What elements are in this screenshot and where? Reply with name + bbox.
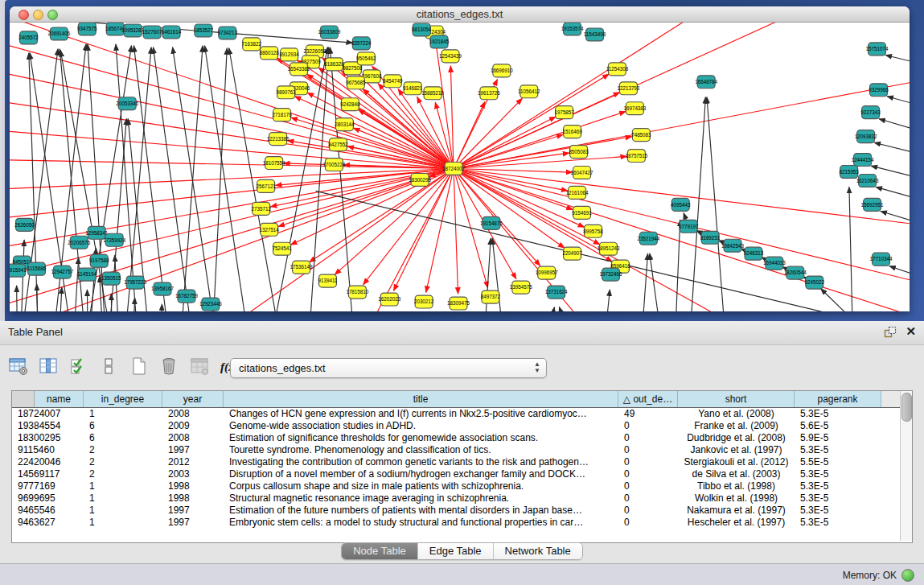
new-column-button[interactable] [129,356,150,377]
close-traffic-light-icon[interactable] [18,10,29,20]
table-cell: 1997 [162,517,224,529]
graph-node-label: 8912934 [279,51,299,57]
table-row[interactable]: 1938455462009Genome-wide association stu… [12,420,900,432]
graph-node-label: 1350515 [101,275,121,281]
column-header[interactable]: in_degree [84,391,162,407]
table-row[interactable]: 969969511998Structural magnetic resonanc… [12,492,900,505]
column-header[interactable]: △ out_de… [618,391,678,407]
graph-node-label: 15692951 [861,202,884,208]
minimize-traffic-light-icon[interactable] [33,10,43,20]
memory-status-label: Memory: OK [843,570,897,581]
graph-node-label: 6779197 [679,224,699,229]
table-cell: 0 [618,505,678,517]
column-header[interactable]: pagerank [795,391,881,407]
graph-node-label: 8813054 [412,27,432,32]
graph-node-label: 9197588 [89,257,109,263]
table-row[interactable]: 911546021997Tourette syndrome. Phenomeno… [12,444,900,456]
graph-node-label: 13954575 [510,284,532,290]
graph-node-label: 19154876 [480,220,503,226]
column-header[interactable]: title [224,391,618,407]
graph-node-label: 9154691 [572,210,592,216]
network-canvas[interactable]: 1872400771638228860128891293423226058982… [10,23,910,311]
table-row[interactable]: 1830029562008Estimation of significance … [12,432,900,444]
graph-node-label: 7524541 [272,246,292,252]
show-column-button[interactable] [38,356,59,377]
graph-node-label: 16033809 [318,29,341,35]
graph-node-label: 2735712 [251,206,271,212]
table-cell: 9115460 [12,444,84,456]
network-window-titlebar[interactable]: citations_edges.txt [10,6,910,23]
table-cell: 5.3E-5 [795,492,881,505]
tab-network-table[interactable]: Network Table [494,543,582,559]
close-panel-button[interactable]: ✕ [906,324,916,339]
graph-node-label: 13958167 [151,286,174,291]
column-header[interactable]: name [35,391,84,407]
table-row[interactable]: 1456911722003Disruption of a novel membe… [12,468,900,480]
table-row[interactable]: 946554611997Estimation of the future num… [12,505,900,517]
table-cell: 1997 [162,505,224,517]
graph-node-label: 20206576 [68,240,90,245]
table-header-row: namein_degreeyeartitle△ out_de…shortpage… [12,391,900,408]
graph-node-label: 19732466 [600,271,622,277]
graph-node-label: 10953287 [121,27,144,33]
graph-node-label: 8497372 [481,294,501,299]
network-view-frame: citations_edges.txt 18724007716382288601… [5,0,924,321]
table-row[interactable]: 2242004622012Investigating the contribut… [12,456,900,468]
graph-node-label: 16210643 [856,178,879,183]
graph-node-label: 23226058 [304,48,326,54]
float-panel-button[interactable] [884,326,897,339]
select-columns-button[interactable] [68,356,89,377]
table-cell: 9777169 [12,480,84,492]
graph-node-label: 10996957 [536,270,558,275]
table-cell: 6 [84,432,162,444]
table-row[interactable]: 977716911998Corpus callosum shape and si… [12,480,900,492]
table-cell: 5.6E-5 [795,420,881,432]
table-cell: 1998 [162,480,224,492]
graph-node-label: 1327514 [259,227,279,233]
table-row[interactable]: 946362711997Embryonic stem cells: a mode… [12,517,900,529]
table-cell: 5.5E-5 [795,456,881,468]
scrollbar-thumb[interactable] [901,393,912,422]
graph-node-label: 9139411 [318,278,337,283]
cytoscape-app: citations_edges.txt 18724007716382288601… [0,0,924,585]
table-cell: Estimation of the future numbers of pati… [224,505,618,517]
table-row[interactable]: 1872400712008Changes of HCN gene express… [12,408,900,420]
graph-node-label: 9146821 [403,85,423,91]
table-cell: de Silva et al. (2003) [678,468,795,480]
graph-node-label: 11056412 [518,89,540,94]
tab-edge-table[interactable]: Edge Table [418,543,494,559]
vertical-scrollbar[interactable] [900,391,912,541]
table-cell: 5.3E-5 [795,505,881,517]
graph-node-label: 6461614 [162,29,182,35]
table-select-dropdown[interactable]: citations_edges.txt ▲▼ [230,358,547,378]
graph-node-label: 2626050 [14,222,35,228]
graph-node-label: 1115686 [27,266,47,271]
graph-node-label: 16047427 [571,170,593,175]
dropdown-arrows-icon: ▲▼ [534,361,540,374]
table-mode-button[interactable] [8,356,29,377]
float-icon [884,326,897,339]
checklist-icon [69,356,88,376]
graph-node-label: 16202023 [378,296,400,302]
corner-header [12,391,35,407]
graph-node-label: 7485083 [631,132,651,138]
graph-node-label: 15885210 [421,90,444,96]
table-toolbar: f(x) citations_edges.txt ▲▼ [8,356,245,381]
tab-node-table[interactable]: Node Table [342,543,418,559]
delete-column-button[interactable] [158,356,179,377]
table-cell: Hescheler et al. (1997) [678,517,795,529]
table-cell: 2003 [162,468,224,480]
table-cell: 5.3E-5 [795,480,881,492]
table-cell: 0 [618,444,678,456]
table-cell: 18300295 [12,432,84,444]
zoom-traffic-light-icon[interactable] [47,10,58,20]
column-header[interactable]: short [678,391,795,407]
import-table-button[interactable] [189,356,210,377]
graph-node-label: 20691406 [47,31,70,36]
table-cell: 0 [618,517,678,529]
row-options-button[interactable] [98,356,119,377]
table-cell: 0 [618,492,678,505]
column-header[interactable]: year [162,391,224,407]
graph-node-label: 17536149 [290,264,313,270]
graph-node-label: 23521944 [637,236,659,241]
